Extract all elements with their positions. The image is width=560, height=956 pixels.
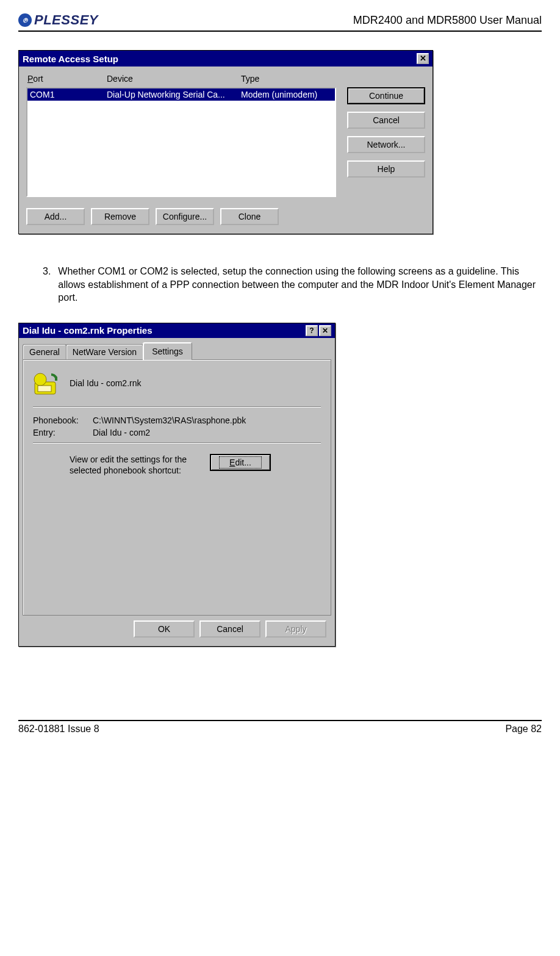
- cell-type: Modem (unimodem): [241, 90, 332, 99]
- remove-button[interactable]: Remove: [91, 208, 149, 225]
- apply-button: Apply: [265, 620, 326, 638]
- separator: [33, 442, 321, 443]
- phonebook-value: C:\WINNT\System32\RAS\rasphone.pbk: [93, 415, 246, 425]
- page-footer: 862-01881 Issue 8 Page 82: [18, 720, 542, 735]
- document-title: MDR2400 and MDR5800 User Manual: [353, 14, 542, 27]
- logo: ℗ PLESSEY: [18, 12, 98, 28]
- tab-settings[interactable]: Settings: [143, 342, 192, 360]
- close-icon[interactable]: ✕: [319, 325, 331, 336]
- list-column-headers: Port Device Type: [26, 71, 336, 87]
- dialog-titlebar: Remote Access Setup ✕: [19, 51, 433, 66]
- cancel-button[interactable]: Cancel: [347, 112, 425, 129]
- clone-button[interactable]: Clone: [220, 208, 279, 225]
- column-device: Device: [107, 74, 241, 84]
- separator: [33, 406, 321, 407]
- logo-badge-icon: ℗: [18, 13, 32, 27]
- step-text: Whether COM1 or COM2 is selected, setup …: [58, 265, 542, 304]
- cell-port: COM1: [30, 90, 107, 99]
- shortcut-name: Dial Idu - com2.rnk: [70, 378, 141, 388]
- dialog-title: Dial Idu - com2.rnk Properties: [23, 325, 153, 336]
- step-number: 3.: [43, 265, 51, 304]
- page-header: ℗ PLESSEY MDR2400 and MDR5800 User Manua…: [18, 12, 542, 32]
- phone-icon: [33, 370, 60, 397]
- dialog-title: Remote Access Setup: [23, 54, 118, 64]
- phonebook-label: Phonebook:: [33, 415, 87, 425]
- column-port: Port: [27, 74, 107, 84]
- dial-properties-dialog: Dial Idu - com2.rnk Properties ? ✕ Gener…: [18, 323, 336, 647]
- edit-button[interactable]: Edit...: [210, 454, 271, 471]
- footer-page-number: Page 82: [505, 724, 542, 735]
- instruction-step-3: 3. Whether COM1 or COM2 is selected, set…: [43, 265, 542, 304]
- continue-button[interactable]: Continue: [347, 87, 425, 104]
- list-row[interactable]: COM1 Dial-Up Networking Serial Ca... Mod…: [27, 88, 335, 101]
- configure-button[interactable]: Configure...: [156, 208, 214, 225]
- edit-button-label: Edit...: [219, 456, 262, 469]
- logo-text: PLESSEY: [34, 12, 98, 28]
- entry-row: Entry: Dial Idu - com2: [33, 428, 321, 437]
- edit-description: View or edit the settings for the select…: [33, 454, 192, 476]
- cell-device: Dial-Up Networking Serial Ca...: [107, 90, 241, 99]
- svg-point-1: [34, 373, 46, 386]
- ok-button[interactable]: OK: [134, 620, 195, 638]
- tab-general[interactable]: General: [23, 344, 66, 359]
- context-help-icon[interactable]: ?: [306, 325, 318, 336]
- phonebook-row: Phonebook: C:\WINNT\System32\RAS\rasphon…: [33, 415, 321, 425]
- footer-doc-number: 862-01881 Issue 8: [18, 724, 99, 735]
- svg-rect-2: [38, 386, 51, 392]
- entry-label: Entry:: [33, 428, 87, 437]
- network-button[interactable]: Network...: [347, 136, 425, 153]
- help-button[interactable]: Help: [347, 160, 425, 178]
- tab-netware-version[interactable]: NetWare Version: [66, 344, 143, 359]
- tabs-row: General NetWare Version Settings: [19, 338, 335, 359]
- close-icon[interactable]: ✕: [417, 53, 429, 64]
- add-button[interactable]: Add...: [26, 208, 85, 225]
- dialog-titlebar: Dial Idu - com2.rnk Properties ? ✕: [19, 323, 335, 338]
- cancel-button[interactable]: Cancel: [199, 620, 260, 638]
- settings-tab-panel: Dial Idu - com2.rnk Phonebook: C:\WINNT\…: [23, 359, 331, 616]
- entry-value: Dial Idu - com2: [93, 428, 150, 437]
- column-type: Type: [241, 74, 335, 84]
- dialog-footer: OK Cancel Apply: [19, 620, 335, 646]
- device-listbox[interactable]: COM1 Dial-Up Networking Serial Ca... Mod…: [26, 87, 336, 197]
- remote-access-setup-dialog: Remote Access Setup ✕ Port Device Type C…: [18, 50, 433, 234]
